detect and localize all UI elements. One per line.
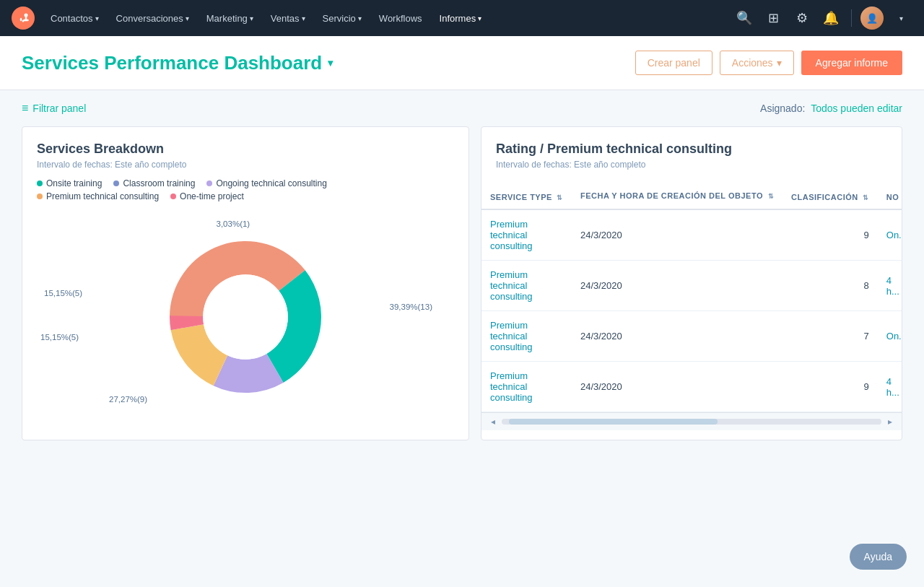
nav-servicio[interactable]: Servicio ▾ — [315, 9, 369, 28]
extra-cell: On... — [878, 209, 902, 261]
agregar-informe-button[interactable]: Agregar informe — [801, 51, 902, 75]
crear-panel-button[interactable]: Crear panel — [635, 51, 712, 75]
nav-informes[interactable]: Informes ▾ — [432, 9, 489, 28]
annotation-ongoing: 15,15%(5) — [40, 333, 79, 342]
main-content: Services Breakdown Intervalo de fechas: … — [0, 126, 924, 462]
chart-subtitle: Intervalo de fechas: Este año completo — [37, 160, 454, 170]
legend-classroom: Classroom training — [113, 178, 195, 188]
acciones-button[interactable]: Acciones ▾ — [720, 51, 794, 75]
nav-workflows[interactable]: Workflows — [372, 9, 430, 28]
filter-bar: ≡ Filtrar panel Asignado: Todos pueden e… — [0, 90, 924, 126]
nav-ventas[interactable]: Ventas ▾ — [263, 9, 313, 28]
nav-contactos-chevron: ▾ — [95, 14, 99, 22]
table-row: Premium technical consulting 24/3/2020 8… — [481, 261, 902, 311]
annotation-premium: 15,15%(5) — [44, 289, 82, 297]
avatar-chevron[interactable]: ▾ — [889, 6, 912, 30]
filter-icon: ≡ — [22, 102, 28, 115]
rating-table-card: Rating / Premium technical consulting In… — [481, 126, 902, 440]
scrollbar-thumb — [509, 419, 718, 425]
nav-marketing[interactable]: Marketing ▾ — [199, 9, 261, 28]
filter-assigned: Asignado: Todos pueden editar — [760, 103, 902, 114]
settings-icon[interactable]: ⚙ — [790, 6, 814, 30]
search-icon[interactable]: 🔍 — [733, 6, 756, 30]
svg-point-4 — [203, 274, 288, 360]
nav-ventas-chevron: ▾ — [302, 14, 305, 22]
filter-panel-button[interactable]: ≡ Filtrar panel — [22, 102, 86, 115]
service-type-cell[interactable]: Premium technical consulting — [481, 362, 572, 412]
clasificacion-cell: 9 — [783, 209, 878, 261]
nav-informes-chevron: ▾ — [478, 14, 481, 22]
legend-onetime-dot — [170, 194, 176, 199]
svg-point-0 — [12, 6, 35, 30]
marketplace-icon[interactable]: ⊞ — [762, 6, 785, 30]
annotation-onetime: 3,03%(1) — [217, 219, 250, 228]
page-header: Services Performance Dashboard ▾ Crear p… — [0, 36, 924, 90]
table-scrollbar: ◂ ▸ — [481, 412, 902, 430]
table-header-row: SERVICE TYPE ⇅ FECHA Y HORA DE CREACIÓN … — [481, 186, 902, 209]
services-breakdown-card: Services Breakdown Intervalo de fechas: … — [22, 126, 469, 440]
notifications-icon[interactable]: 🔔 — [819, 6, 842, 30]
sort-service-icon: ⇅ — [557, 194, 563, 201]
clasificacion-cell: 7 — [783, 311, 878, 362]
acciones-chevron: ▾ — [777, 57, 782, 69]
extra-cell: 4 h... — [878, 261, 902, 311]
table-title: Rating / Premium technical consulting — [496, 142, 887, 157]
scroll-right-arrow[interactable]: ▸ — [884, 416, 896, 427]
table-scroll-area: SERVICE TYPE ⇅ FECHA Y HORA DE CREACIÓN … — [481, 186, 902, 412]
header-buttons: Crear panel Acciones ▾ Agregar informe — [635, 51, 902, 75]
scroll-left-arrow[interactable]: ◂ — [487, 416, 499, 427]
user-avatar[interactable]: 👤 — [860, 6, 884, 30]
th-clasificacion[interactable]: CLASIFICACIÓN ⇅ — [783, 186, 878, 209]
extra-cell: On... — [878, 311, 902, 362]
legend-classroom-dot — [113, 181, 119, 186]
nav-contactos[interactable]: Contactos ▾ — [43, 9, 106, 28]
service-type-cell[interactable]: Premium technical consulting — [481, 261, 572, 311]
table-row: Premium technical consulting 24/3/2020 7… — [481, 311, 902, 362]
fecha-cell: 24/3/2020 — [572, 261, 783, 311]
legend-onsite-dot — [37, 181, 43, 186]
table-subtitle: Intervalo de fechas: Este año completo — [496, 160, 887, 170]
rating-table: SERVICE TYPE ⇅ FECHA Y HORA DE CREACIÓN … — [481, 186, 902, 412]
clasificacion-cell: 8 — [783, 261, 878, 311]
top-navigation: Contactos ▾ Conversaciones ▾ Marketing ▾… — [0, 0, 924, 36]
nav-marketing-chevron: ▾ — [250, 14, 253, 22]
topnav-icons: 🔍 ⊞ ⚙ 🔔 👤 ▾ — [733, 6, 912, 30]
fecha-cell: 24/3/2020 — [572, 209, 783, 261]
fecha-cell: 24/3/2020 — [572, 362, 783, 412]
th-no: NO — [878, 186, 902, 209]
assigned-link[interactable]: Todos pueden editar — [811, 103, 902, 114]
legend-premium: Premium technical consulting — [37, 191, 159, 201]
clasificacion-cell: 9 — [783, 362, 878, 412]
scrollbar-track[interactable] — [502, 419, 881, 425]
hubspot-logo[interactable] — [12, 6, 35, 30]
legend-onsite: Onsite training — [37, 178, 102, 188]
page-title[interactable]: Services Performance Dashboard ▾ — [22, 52, 333, 74]
legend-onetime: One-time project — [170, 191, 244, 201]
legend-premium-dot — [37, 194, 43, 199]
donut-chart-container: 39,39%(13) 27,27%(9) 15,15%(5) 15,15%(5)… — [37, 216, 454, 418]
legend-ongoing: Ongoing technical consulting — [206, 178, 326, 188]
table-row: Premium technical consulting 24/3/2020 9… — [481, 209, 902, 261]
sort-clasificacion-icon: ⇅ — [863, 194, 869, 201]
donut-chart — [144, 216, 346, 418]
sort-fecha-icon: ⇅ — [768, 193, 775, 200]
nav-conversaciones[interactable]: Conversaciones ▾ — [109, 9, 196, 28]
nav-conversaciones-chevron: ▾ — [186, 14, 189, 22]
legend-ongoing-dot — [206, 181, 212, 186]
chart-legend: Onsite training Classroom training Ongoi… — [37, 178, 454, 201]
title-dropdown-icon: ▾ — [328, 57, 333, 69]
annotation-classroom: 27,27%(9) — [109, 395, 147, 404]
th-fecha[interactable]: FECHA Y HORA DE CREACIÓN DEL OBJETO ⇅ — [572, 186, 783, 209]
nav-servicio-chevron: ▾ — [358, 14, 362, 22]
fecha-cell: 24/3/2020 — [572, 311, 783, 362]
service-type-cell[interactable]: Premium technical consulting — [481, 311, 572, 362]
service-type-cell[interactable]: Premium technical consulting — [481, 209, 572, 261]
th-service-type[interactable]: SERVICE TYPE ⇅ — [481, 186, 572, 209]
chart-title: Services Breakdown — [37, 142, 454, 157]
table-row: Premium technical consulting 24/3/2020 9… — [481, 362, 902, 412]
annotation-onsite: 39,39%(13) — [390, 303, 432, 311]
extra-cell: 4 h... — [878, 362, 902, 412]
